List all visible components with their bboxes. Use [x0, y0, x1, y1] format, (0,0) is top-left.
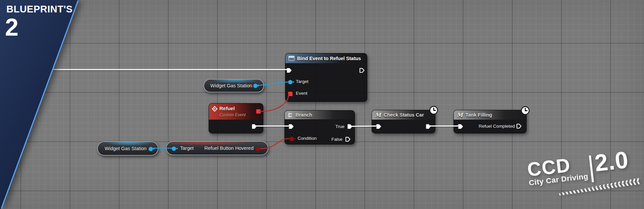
node-title: Branch [296, 112, 312, 118]
node-widget-gas-station-bottom[interactable]: Widget Gas Station [97, 141, 158, 156]
object-out-pin[interactable] [149, 147, 153, 151]
refuel-completed-exec-out-pin[interactable] [516, 123, 522, 129]
variable-label: Widget Gas Station [210, 83, 252, 88]
variable-label: Widget Gas Station [105, 146, 147, 151]
macro-icon: M [457, 112, 463, 118]
custom-event-icon [212, 106, 218, 112]
condition-pin[interactable] [289, 137, 294, 141]
node-title: Refuel [219, 106, 235, 111]
node-refuel-custom-event[interactable]: Refuel Custom Event [209, 103, 263, 133]
node-branch[interactable]: Branch True Condition False [284, 110, 355, 144]
node-title: Tank Filling [466, 112, 492, 118]
node-refuel-button-hovered[interactable]: Target Refuel Button Hovered [166, 141, 268, 155]
latent-clock-icon [429, 106, 438, 115]
refuel-completed-pin-label: Refuel Completed [479, 124, 515, 129]
target-pin[interactable] [288, 80, 292, 84]
exec-in-pin[interactable] [286, 68, 292, 73]
target-in-pin[interactable] [172, 147, 176, 151]
exec-out-pin[interactable] [426, 124, 431, 129]
node-title: Bind Event to Refuel Status [297, 56, 361, 61]
bind-event-icon [288, 56, 294, 61]
true-pin-label: True [335, 124, 344, 129]
exec-in-pin[interactable] [288, 124, 294, 129]
object-out-pin[interactable] [253, 84, 258, 88]
exec-out-pin[interactable] [359, 68, 365, 73]
true-exec-out-pin[interactable] [347, 124, 353, 129]
condition-pin-label: Condition [298, 136, 317, 141]
node-widget-gas-station-top[interactable]: Widget Gas Station [204, 79, 264, 92]
function-label: Refuel Button Hovered [204, 145, 254, 151]
node-tank-filling[interactable]: M Tank Filling Refuel Completed [453, 110, 527, 133]
macro-icon: M [375, 112, 381, 118]
event-pin[interactable] [288, 92, 292, 96]
blueprint-graph-canvas[interactable]: Bind Event to Refuel Status Target Event… [0, 0, 644, 209]
false-pin-label: False [331, 137, 342, 142]
target-pin-label: Target [180, 145, 194, 151]
node-subtitle: Custom Event [219, 113, 246, 117]
exec-out-pin[interactable] [252, 124, 257, 129]
branch-icon [288, 112, 293, 118]
target-pin-label: Target [296, 79, 309, 84]
exec-in-pin[interactable] [376, 124, 382, 129]
false-exec-out-pin[interactable] [345, 136, 351, 142]
latent-clock-icon [521, 106, 530, 115]
delegate-out-pin[interactable] [256, 109, 261, 114]
event-pin-label: Event [296, 91, 308, 96]
node-check-status-car[interactable]: M Check Status Car [372, 110, 435, 133]
node-bind-event-to-refuel-status[interactable]: Bind Event to Refuel Status Target Event [285, 53, 367, 102]
node-title: Check Status Car [384, 112, 424, 118]
exec-in-pin[interactable] [458, 124, 464, 129]
bool-out-pin[interactable] [256, 147, 260, 151]
